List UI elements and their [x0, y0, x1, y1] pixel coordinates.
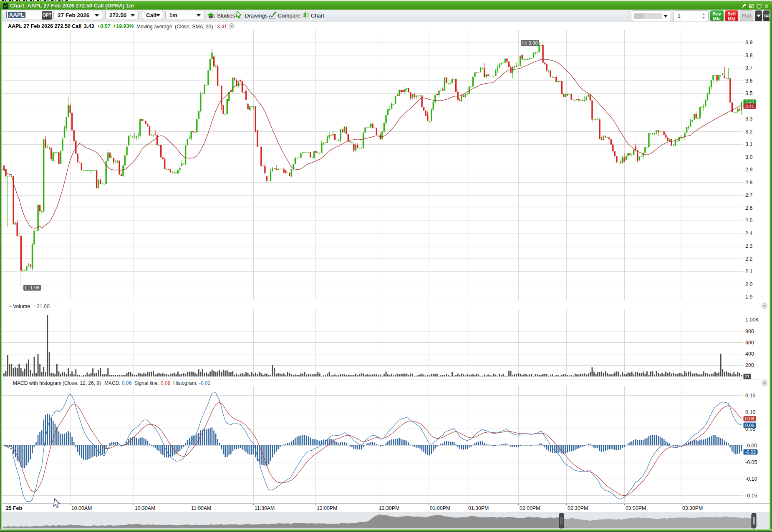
svg-text:MACD with histogram: MACD with histogram	[13, 380, 61, 386]
svg-text:2.4: 2.4	[745, 231, 752, 236]
svg-text:3.7: 3.7	[745, 65, 752, 71]
svg-text:0.08: 0.08	[161, 380, 171, 386]
svg-text:0.06: 0.06	[122, 380, 132, 386]
svg-text:0.08: 0.08	[745, 416, 754, 421]
svg-text:0.15: 0.15	[745, 393, 755, 399]
svg-text:3.41: 3.41	[745, 104, 754, 109]
svg-text:2.1: 2.1	[745, 269, 752, 274]
svg-text:3.9: 3.9	[745, 40, 752, 45]
svg-text:Histogram:: Histogram:	[173, 380, 197, 386]
svg-text:12:00PM: 12:00PM	[317, 505, 337, 511]
svg-text:-0.05: -0.05	[745, 459, 757, 465]
svg-text:L: 1.98: L: 1.98	[25, 285, 39, 290]
svg-text:2.9: 2.9	[745, 167, 752, 173]
svg-text:3.8: 3.8	[745, 53, 752, 58]
svg-text:−: −	[9, 380, 12, 386]
svg-text:3.1: 3.1	[745, 141, 752, 147]
svg-text:21.00: 21.00	[37, 304, 50, 309]
svg-text:2.6: 2.6	[745, 205, 752, 211]
svg-text:21: 21	[744, 374, 749, 379]
svg-text:−: −	[9, 304, 12, 309]
svg-text:Volume: Volume	[13, 304, 30, 309]
svg-text:2.3: 2.3	[745, 243, 752, 249]
svg-text:3.2: 3.2	[745, 129, 752, 135]
svg-text:2.0: 2.0	[745, 281, 752, 287]
svg-text:-0.10: -0.10	[745, 476, 757, 482]
svg-text:10:30AM: 10:30AM	[135, 505, 155, 511]
svg-text:3.0: 3.0	[745, 154, 752, 160]
svg-text:-0.02: -0.02	[745, 449, 756, 454]
svg-text::: :	[33, 304, 35, 309]
svg-text:-0.00: -0.00	[745, 443, 757, 449]
svg-text:1.00K: 1.00K	[745, 317, 759, 323]
svg-text:600: 600	[745, 340, 754, 346]
svg-text:1.9: 1.9	[745, 294, 752, 300]
svg-text:2.5: 2.5	[745, 218, 752, 223]
svg-text:H: 3.90: H: 3.90	[522, 40, 537, 45]
svg-text:0.06: 0.06	[745, 423, 754, 428]
svg-text:200: 200	[745, 362, 754, 368]
svg-text:3.5: 3.5	[745, 90, 752, 96]
svg-text:0.10: 0.10	[745, 409, 755, 415]
svg-text:02:30PM: 02:30PM	[568, 505, 588, 511]
svg-text:11:30AM: 11:30AM	[255, 505, 275, 511]
svg-text:2.7: 2.7	[745, 192, 752, 198]
svg-text:800: 800	[745, 329, 754, 334]
svg-text:Signal line:: Signal line:	[134, 380, 159, 386]
svg-text:02:00PM: 02:00PM	[520, 505, 540, 511]
svg-text:-0.02: -0.02	[199, 380, 211, 386]
svg-text:03:00PM: 03:00PM	[626, 505, 646, 511]
svg-text:03:30PM: 03:30PM	[682, 505, 703, 511]
svg-text:MACD:: MACD:	[104, 380, 121, 386]
svg-text:400: 400	[745, 351, 754, 357]
svg-text:01:00PM: 01:00PM	[430, 505, 450, 511]
svg-text:-0.15: -0.15	[745, 493, 757, 499]
svg-text:01:30PM: 01:30PM	[468, 505, 489, 511]
svg-text:2.2: 2.2	[745, 256, 752, 262]
svg-text:10:00AM: 10:00AM	[71, 505, 92, 511]
svg-text:2.8: 2.8	[745, 180, 752, 186]
svg-text:3.6: 3.6	[745, 78, 752, 84]
svg-text:12:30PM: 12:30PM	[379, 505, 399, 511]
svg-text:3.3: 3.3	[745, 116, 752, 122]
svg-text:(Close, 12, 26, 9): (Close, 12, 26, 9)	[63, 380, 101, 386]
svg-text:11:00AM: 11:00AM	[191, 505, 211, 511]
svg-text:25 Feb: 25 Feb	[6, 505, 22, 511]
